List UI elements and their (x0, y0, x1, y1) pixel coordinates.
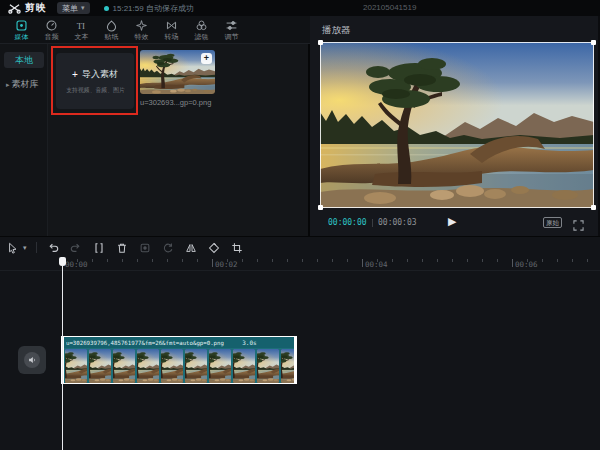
import-hint: 支持视频、音频、图片 (66, 86, 125, 94)
add-to-track-icon[interactable]: + (201, 53, 212, 64)
transition-icon (165, 18, 178, 31)
media-asset-thumbnail[interactable]: + (140, 50, 215, 94)
play-button[interactable]: ▶ (448, 215, 456, 228)
tab-text[interactable]: TI 文本 (66, 18, 96, 42)
media-panel-body: 本地 ▸ 素材库 + 导入素材 支持视频、音频、图片 (0, 44, 310, 236)
media-asset-card[interactable]: + u=302693...gp=0.png (140, 50, 215, 107)
menu-button[interactable]: 菜单 ▾ (57, 2, 90, 14)
tab-sticker[interactable]: 贴纸 (96, 18, 126, 42)
selection-handle-bottom-left[interactable] (318, 205, 323, 210)
category-tabbar: 媒体 音频 TI 文本 (0, 16, 310, 44)
preview-canvas[interactable] (320, 42, 594, 208)
timeline-toolbar: ▾ (6, 239, 244, 256)
select-tool-caret-icon[interactable]: ▾ (23, 244, 27, 252)
selection-handle-bottom-right[interactable] (591, 205, 596, 210)
tab-filter-label: 滤镜 (194, 32, 208, 41)
tab-filter[interactable]: 滤镜 (186, 18, 216, 42)
main-area: 媒体 音频 TI 文本 (0, 16, 600, 236)
timeline-clip[interactable]: u=3026939796,485761977&fm=26&fmt=auto&gp… (62, 336, 296, 384)
import-material-button[interactable]: + 导入素材 支持视频、音频、图片 (56, 53, 134, 109)
reverse-button[interactable] (161, 241, 175, 255)
tab-adjust-label: 调节 (224, 32, 238, 41)
clip-thumbnail-strip (63, 348, 295, 384)
sidebar-item-library-label: 素材库 (12, 78, 39, 91)
selection-handle-top-left[interactable] (318, 40, 323, 45)
sidebar-item-local[interactable]: 本地 (4, 52, 44, 68)
clip-frame-thumbnail (137, 349, 159, 383)
clip-frame-thumbnail (185, 349, 207, 383)
rotate-button[interactable] (207, 241, 221, 255)
clip-frame-thumbnail (65, 349, 87, 383)
fullscreen-icon[interactable] (573, 217, 584, 228)
split-button[interactable] (92, 241, 106, 255)
timeline-ruler[interactable]: 00:00 00:02 00:04 00:06 (0, 257, 600, 271)
tab-audio[interactable]: 音频 (36, 18, 66, 42)
crop-button[interactable] (230, 241, 244, 255)
tab-audio-label: 音频 (44, 32, 58, 41)
tab-text-label: 文本 (74, 32, 88, 41)
tab-media[interactable]: 媒体 (6, 18, 36, 42)
clip-label-bar: u=3026939796,485761977&fm=26&fmt=auto&gp… (63, 337, 295, 348)
effects-icon (135, 18, 148, 31)
filter-icon (195, 18, 208, 31)
chevron-down-icon: ▾ (81, 4, 85, 12)
time-divider (372, 219, 373, 227)
menu-button-label: 菜单 (62, 3, 78, 14)
ruler-label-1: 00:02 (215, 260, 238, 269)
video-editor-app: 剪映 菜单 ▾ 15:21:59 自动保存成功 202105041519 媒体 (0, 0, 600, 450)
current-time: 00:00:00 (328, 218, 367, 227)
total-duration: 00:00:03 (378, 218, 417, 227)
ratio-button[interactable]: 原始 (543, 217, 562, 228)
project-id: 202105041519 (363, 3, 416, 12)
sticker-icon (105, 18, 118, 31)
ruler-label-0: 00:00 (65, 260, 88, 269)
sidebar-item-library[interactable]: ▸ 素材库 (6, 78, 48, 91)
clip-duration: 3.0s (242, 339, 256, 346)
audio-icon (45, 18, 58, 31)
clip-frame-thumbnail (233, 349, 255, 383)
clip-frame-thumbnail (281, 349, 295, 383)
timeline-panel: ▾ (0, 236, 600, 450)
player-controls: 00:00:00 00:00:03 ▶ 原始 (310, 214, 598, 232)
tab-transition[interactable]: 转场 (156, 18, 186, 42)
tab-effects-label: 特效 (134, 32, 148, 41)
mirror-button[interactable] (184, 241, 198, 255)
track-mute-button[interactable] (18, 346, 46, 374)
freeze-frame-button[interactable] (138, 241, 152, 255)
tab-adjust[interactable]: 调节 (216, 18, 246, 42)
plus-icon: + (72, 69, 78, 80)
ruler-major-tick (362, 259, 363, 267)
player-title: 播放器 (322, 24, 351, 37)
select-tool-button[interactable] (6, 241, 20, 255)
asset-panel: 媒体 音频 TI 文本 (0, 16, 310, 236)
autosave-dot-icon (104, 6, 109, 11)
clip-trim-handle-left[interactable] (61, 336, 64, 384)
tab-media-label: 媒体 (14, 32, 28, 41)
selection-handle-top-right[interactable] (591, 40, 596, 45)
chevron-right-icon: ▸ (6, 81, 10, 89)
ruler-major-tick (512, 259, 513, 267)
tab-effects[interactable]: 特效 (126, 18, 156, 42)
media-icon (15, 18, 28, 31)
clip-trim-handle-right[interactable] (294, 336, 297, 384)
ruler-major-tick (212, 259, 213, 267)
autosave-text: 15:21:59 自动保存成功 (113, 3, 194, 14)
undo-button[interactable] (46, 241, 60, 255)
redo-button[interactable] (69, 241, 83, 255)
app-logo-icon (8, 3, 21, 14)
clip-filename: u=3026939796,485761977&fm=26&fmt=auto&gp… (66, 339, 224, 346)
clip-frame-thumbnail (209, 349, 231, 383)
clip-frame-thumbnail (257, 349, 279, 383)
speaker-icon (24, 352, 40, 368)
ruler-label-3: 00:06 (515, 260, 538, 269)
asset-filename: u=302693...gp=0.png (140, 98, 215, 107)
autosave-status: 15:21:59 自动保存成功 (104, 3, 194, 14)
player-panel: 播放器 00:00:00 00:00:03 ▶ 原始 (310, 16, 598, 236)
media-sidebar: 本地 ▸ 素材库 (0, 44, 48, 236)
delete-button[interactable] (115, 241, 129, 255)
import-label: 导入素材 (82, 68, 118, 81)
ruler-major-tick (62, 259, 63, 267)
adjust-icon (225, 18, 238, 31)
clip-frame-thumbnail (113, 349, 135, 383)
clip-frame-thumbnail (161, 349, 183, 383)
